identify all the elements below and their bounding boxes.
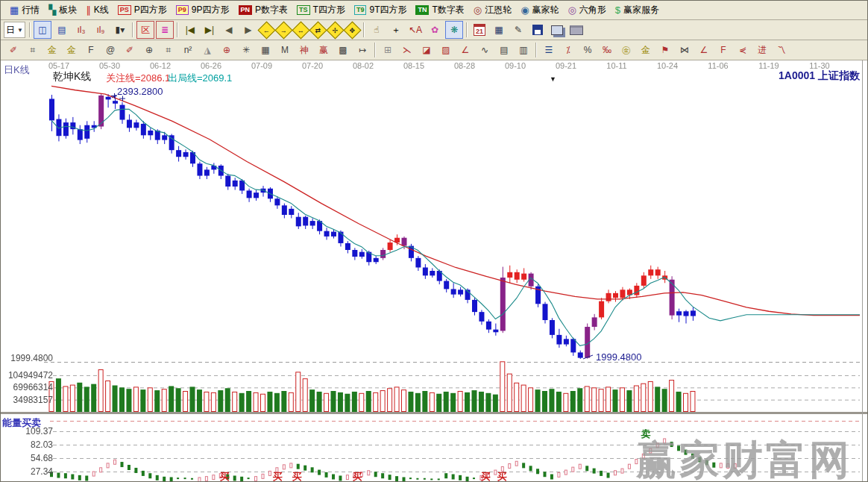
menu-sectors[interactable]: ▚板块 [45, 3, 83, 17]
save-button[interactable] [529, 21, 547, 39]
time-grid-tool[interactable]: ▩ [334, 41, 352, 59]
menu-p-square[interactable]: PSP四方形 [115, 3, 173, 17]
exit-line-label: 出局线=2069.1 [168, 72, 232, 85]
percent-line-tool[interactable]: ⁒ [559, 41, 577, 59]
span-measure-tool[interactable]: ↦ [353, 41, 371, 59]
gold-circle-tool[interactable]: ㊎ [617, 41, 635, 59]
menu-kline[interactable]: ∥K线 [83, 3, 115, 17]
menu-t-number[interactable]: TNT数字表 [412, 3, 470, 17]
calculator-button[interactable]: ▦ [490, 21, 508, 39]
grid-fan-icon: ▨ [441, 46, 450, 54]
menu-t-square[interactable]: TST四方形 [294, 3, 351, 17]
calendar-button[interactable]: 21 [471, 21, 488, 39]
f-angle-tool[interactable]: F [714, 41, 732, 59]
zoom-horizontal-button[interactable]: ↔ [292, 21, 309, 39]
info-panel-button[interactable]: ▤ [53, 21, 71, 39]
date-tick: 06-26 [201, 61, 221, 70]
period-selector[interactable]: 日▼ [4, 22, 25, 38]
toolbar-separator [177, 22, 178, 37]
menu-market[interactable]: ▦行情 [7, 3, 45, 17]
hatch-tool[interactable]: ⌗ [24, 41, 42, 59]
menu-9p-square[interactable]: P99P四方形 [173, 3, 236, 17]
buy-signal-label: 买 [353, 470, 362, 482]
dollar-icon: $ [615, 5, 620, 15]
pane-separator[interactable] [1, 412, 867, 414]
mini-chart-9-button[interactable]: ıl₉ [92, 21, 110, 39]
menu-p-number[interactable]: PNP数字表 [236, 3, 295, 17]
crosshair-button[interactable]: ＋ [387, 21, 405, 39]
cycle-circle-tool[interactable]: ⊕ [140, 41, 158, 59]
line-grid-tool[interactable]: ▤ [495, 41, 513, 59]
pointer-a-icon: ↖A [409, 25, 422, 34]
menu-t-square-badge-icon: TS [297, 5, 310, 15]
candles-icon: ∥ [86, 5, 91, 15]
box-grid-tool[interactable]: ▥ [515, 41, 532, 59]
toolbar-separator [132, 22, 133, 37]
four-angle-tool[interactable]: 〽 [773, 41, 790, 59]
gann-circle-tool[interactable]: ⊕ [218, 41, 236, 59]
prev-button[interactable]: ◀ [220, 21, 238, 39]
shen-tool[interactable]: 神 [295, 41, 313, 59]
gold-square-2-tool[interactable]: 金 [63, 41, 81, 59]
fibonacci-tool[interactable]: F [82, 41, 100, 59]
next-button[interactable]: ▶ [239, 21, 257, 39]
menu-hexagon[interactable]: ◎六角形 [565, 3, 612, 17]
first-page-button[interactable]: |◀ [181, 21, 199, 39]
angle-fan-tool[interactable]: ◪ [418, 41, 435, 59]
zigzag-tool[interactable]: M [276, 41, 294, 59]
menu-9p-square-label: 9P四方形 [192, 4, 230, 16]
n-square-tool[interactable]: n² [179, 41, 197, 59]
analysis-button[interactable]: ❋ [445, 21, 463, 39]
pan-right-button[interactable]: → [274, 21, 292, 39]
menu-winner-service[interactable]: $赢家服务 [612, 3, 665, 17]
marker-pen-tool[interactable]: ✐ [121, 41, 139, 59]
grid-quote-icon: ▦ [10, 5, 19, 15]
spiral-tool[interactable]: @ [101, 41, 119, 59]
gold-angle-tool[interactable]: ∠ [695, 41, 713, 59]
calendar-21-icon: 21 [474, 24, 485, 36]
mirror-angle-tool[interactable]: ◮ [198, 41, 216, 59]
pan-left-button[interactable]: ← [257, 21, 275, 39]
box-tool[interactable]: ⊞ [379, 41, 397, 59]
mini-chart-3-button[interactable]: ıl₃ [72, 21, 90, 39]
move-all-button[interactable]: ✥ [343, 21, 361, 39]
menu-9t-square[interactable]: T99T四方形 [351, 3, 413, 17]
flower-tool-button[interactable]: ✿ [426, 21, 444, 39]
ray-star-tool[interactable]: ✳ [237, 41, 255, 59]
permille-tool[interactable]: ‰ [598, 41, 616, 59]
expand-button[interactable]: ✢ [326, 21, 344, 39]
gold-circle-icon: ㊎ [622, 46, 631, 54]
pen-tool[interactable]: ✐ [4, 41, 22, 59]
print-button[interactable] [567, 21, 585, 39]
candle-style-button[interactable]: ▮▾ [111, 21, 129, 39]
compress-button[interactable]: ⇄ [309, 21, 327, 39]
ray-fan-tool[interactable]: ⋋ [398, 41, 416, 59]
hand-tool-button[interactable]: ☝ [368, 21, 386, 39]
gold-square-1-tool[interactable]: 金 [43, 41, 61, 59]
gann-box-tool[interactable]: ▦ [257, 41, 274, 59]
kline-canvas[interactable] [1, 60, 867, 482]
gold-levels-tool[interactable]: 金 [637, 41, 655, 59]
menu-winner-wheel[interactable]: ◉赢家轮 [518, 3, 564, 17]
window-layout-button[interactable]: ◫ [34, 21, 51, 39]
qu-kanban-button[interactable]: 区 [136, 21, 154, 39]
speed-line-tool[interactable]: ⋞ [734, 41, 752, 59]
attention-line-label: 关注线=2086.1 [106, 72, 170, 85]
percent-tool[interactable]: % [579, 41, 597, 59]
last-page-button[interactable]: ▶| [201, 21, 218, 39]
notes-button[interactable]: ✎ [509, 21, 527, 39]
date-tick: 08-28 [454, 61, 475, 70]
butterfly-tool[interactable]: ⋈ [676, 41, 694, 59]
flag-candle-tool[interactable]: ⚑ [656, 41, 674, 59]
ying-tool[interactable]: 赢 [315, 41, 333, 59]
stat-bars-tool[interactable]: ☰ [540, 41, 558, 59]
trend-angle-tool[interactable]: ∠ [456, 41, 474, 59]
copy-button[interactable] [548, 21, 566, 39]
entry-line-tool[interactable]: 进 [753, 41, 771, 59]
dense-grid-tool[interactable]: ⌗ [160, 41, 177, 59]
grid-fan-tool[interactable]: ▨ [437, 41, 455, 59]
menu-gann-wheel[interactable]: ◎江恩轮 [471, 3, 518, 17]
wave-tool[interactable]: ∿ [476, 41, 494, 59]
distribution-button[interactable]: ≣ [156, 21, 174, 39]
pointer-label-button[interactable]: ↖A [406, 21, 424, 39]
